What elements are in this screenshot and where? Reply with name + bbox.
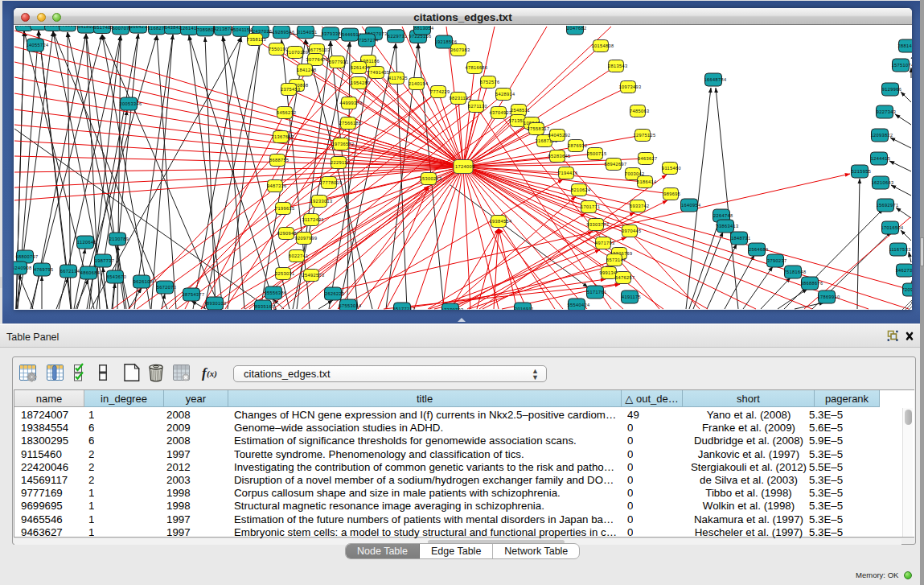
svg-text:3253031: 3253031 xyxy=(275,271,295,276)
svg-text:43704923: 43704923 xyxy=(489,110,511,115)
svg-text:9115460: 9115460 xyxy=(662,166,681,171)
svg-text:17869910: 17869910 xyxy=(817,295,840,299)
svg-text:8935169: 8935169 xyxy=(255,304,275,309)
svg-text:6022741: 6022741 xyxy=(289,253,309,258)
svg-text:15692971: 15692971 xyxy=(876,203,898,208)
svg-text:5428914: 5428914 xyxy=(495,92,515,97)
svg-text:44999379: 44999379 xyxy=(339,101,362,105)
svg-text:77491435: 77491435 xyxy=(367,70,389,75)
svg-text:2264748: 2264748 xyxy=(713,213,733,218)
svg-text:2375453: 2375453 xyxy=(281,87,301,92)
svg-text:19289546: 19289546 xyxy=(272,30,294,35)
svg-text:8210624: 8210624 xyxy=(571,187,591,192)
svg-text:9129966: 9129966 xyxy=(882,87,902,92)
svg-text:16210643: 16210643 xyxy=(871,180,893,185)
svg-text:83793389: 83793389 xyxy=(321,31,343,36)
svg-text:55540424: 55540424 xyxy=(567,303,589,307)
svg-text:9227343: 9227343 xyxy=(877,109,897,114)
svg-text:17016504: 17016504 xyxy=(881,225,903,230)
svg-text:6271130: 6271130 xyxy=(468,104,487,109)
svg-text:7358113: 7358113 xyxy=(247,37,266,42)
svg-text:6543670: 6543670 xyxy=(107,274,127,279)
svg-text:5456272: 5456272 xyxy=(277,110,297,115)
svg-text:7774229: 7774229 xyxy=(430,89,450,94)
svg-text:2548511: 2548511 xyxy=(511,108,530,113)
svg-text:98231132: 98231132 xyxy=(449,96,471,101)
svg-text:71367643: 71367643 xyxy=(271,134,294,139)
svg-text:15300213: 15300213 xyxy=(419,176,441,181)
svg-text:38688676: 38688676 xyxy=(800,281,823,286)
svg-text:72092888: 72092888 xyxy=(901,287,912,292)
svg-text:5977931: 5977931 xyxy=(329,60,349,64)
svg-text:7485063: 7485063 xyxy=(630,109,650,113)
svg-text:12093822: 12093822 xyxy=(870,133,893,138)
svg-text:9463627: 9463627 xyxy=(638,156,658,161)
svg-text:1848731: 1848731 xyxy=(731,236,751,241)
svg-text:25492573: 25492573 xyxy=(302,273,324,278)
svg-text:85283645: 85283645 xyxy=(548,154,570,159)
svg-text:9626108: 9626108 xyxy=(133,279,154,284)
svg-text:2130789: 2130789 xyxy=(109,237,129,241)
svg-text:(x): (x) xyxy=(207,369,217,379)
svg-text:1987737: 1987737 xyxy=(95,258,115,263)
svg-text:30776478: 30776478 xyxy=(306,57,328,62)
svg-text:8930103: 8930103 xyxy=(207,301,227,306)
svg-text:3607983: 3607983 xyxy=(450,47,470,52)
svg-text:2229110: 2229110 xyxy=(331,160,350,165)
svg-text:1120642: 1120642 xyxy=(77,240,97,245)
svg-text:65177213: 65177213 xyxy=(392,307,415,310)
svg-text:10973493: 10973493 xyxy=(618,84,641,89)
svg-text:84045292: 84045292 xyxy=(548,133,570,138)
svg-text:16648784: 16648784 xyxy=(704,77,726,82)
svg-text:7199635: 7199635 xyxy=(275,206,295,211)
svg-text:9517485: 9517485 xyxy=(94,26,114,30)
svg-text:10154808: 10154808 xyxy=(591,43,614,48)
svg-text:83863413: 83863413 xyxy=(716,224,738,229)
svg-text:71070189: 71070189 xyxy=(285,50,308,55)
svg-text:2813543: 2813543 xyxy=(608,64,628,68)
svg-text:28814949: 28814949 xyxy=(897,43,912,48)
svg-text:93303777: 93303777 xyxy=(586,222,609,227)
svg-text:6672134: 6672134 xyxy=(60,269,80,274)
svg-text:2564689: 2564689 xyxy=(749,247,769,252)
svg-text:2016911: 2016911 xyxy=(515,307,534,310)
svg-text:4769795: 4769795 xyxy=(34,267,54,272)
svg-text:1954280: 1954280 xyxy=(351,80,371,85)
svg-text:6229731: 6229731 xyxy=(388,34,408,39)
svg-text:68800797: 68800797 xyxy=(15,254,38,259)
svg-text:58942697: 58942697 xyxy=(604,162,626,167)
svg-text:12975125: 12975125 xyxy=(633,133,655,138)
svg-text:1701771: 1701771 xyxy=(581,204,601,209)
svg-text:27778019: 27778019 xyxy=(319,180,342,185)
svg-text:989695: 989695 xyxy=(663,192,680,196)
svg-text:14055724: 14055724 xyxy=(26,43,48,47)
svg-text:15751074: 15751074 xyxy=(891,63,912,68)
svg-text:7194416: 7194416 xyxy=(558,171,578,175)
svg-text:7357274: 7357274 xyxy=(359,38,379,43)
svg-text:6573147: 6573147 xyxy=(606,257,626,262)
svg-text:75181648: 75181648 xyxy=(783,270,806,274)
svg-text:3154051: 3154051 xyxy=(298,30,318,35)
svg-text:8612220: 8612220 xyxy=(60,26,80,27)
svg-text:3790237: 3790237 xyxy=(767,258,787,263)
svg-text:34627347: 34627347 xyxy=(895,268,912,273)
svg-text:5186414: 5186414 xyxy=(637,179,657,184)
svg-text:19233013: 19233013 xyxy=(310,199,332,204)
svg-text:2876932: 2876932 xyxy=(568,143,588,148)
svg-text:66775103: 66775103 xyxy=(307,47,330,52)
svg-text:27558317: 27558317 xyxy=(527,126,549,131)
svg-text:4191175: 4191175 xyxy=(622,295,641,299)
svg-text:1724009: 1724009 xyxy=(455,164,475,169)
svg-text:35556386: 35556386 xyxy=(264,290,286,295)
svg-text:3500715: 3500715 xyxy=(587,151,607,156)
svg-text:5672073: 5672073 xyxy=(157,285,177,290)
svg-text:4117625: 4117625 xyxy=(388,76,408,80)
svg-text:5476257: 5476257 xyxy=(615,275,635,280)
svg-text:19384554: 19384554 xyxy=(489,219,511,224)
svg-text:38754377: 38754377 xyxy=(182,292,204,297)
svg-text:2047682: 2047682 xyxy=(567,26,587,31)
svg-text:26240908: 26240908 xyxy=(14,266,31,270)
svg-text:2626229: 2626229 xyxy=(325,291,345,296)
svg-text:17270733: 17270733 xyxy=(441,307,463,310)
svg-text:47816686: 47816686 xyxy=(465,65,487,70)
